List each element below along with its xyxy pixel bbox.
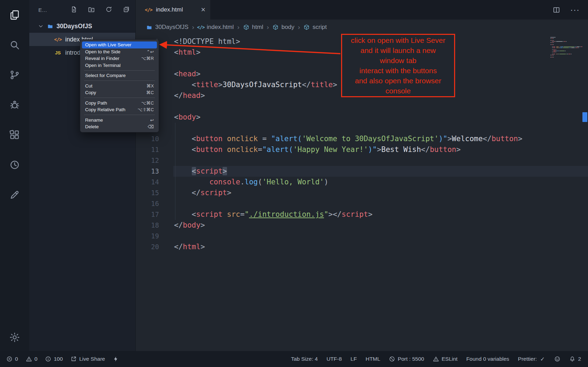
status-feedback[interactable] [554,356,560,362]
close-tab-icon[interactable]: × [201,5,205,14]
chevron-right-icon: › [266,23,269,31]
code-token: script [196,210,223,219]
code-line-18[interactable]: 18</body> [136,220,588,231]
menu-item-copy-relative-path[interactable]: Copy Relative Path⌥⇧⌘C [82,106,157,113]
smiley-icon [554,356,560,362]
explorer-actions [70,6,130,14]
status-prettier[interactable]: Prettier:✓ [518,356,545,362]
menu-item-open-in-terminal[interactable]: Open in Terminal [82,62,157,69]
menu-item-copy[interactable]: Copy⌘C [82,89,157,96]
code-token: > [333,81,337,89]
menu-item-open-to-the-side[interactable]: Open to the Side⌃↩ [82,48,157,55]
warning-icon [26,356,32,362]
activity-bar-bottom [0,324,29,351]
status-errors[interactable]: 0 [6,356,18,362]
activity-run-debug[interactable] [0,90,29,120]
chevron-down-icon [38,23,44,29]
menu-item-cut[interactable]: Cut⌘X [82,83,157,90]
activity-timeline[interactable] [0,150,29,180]
code-line-20[interactable]: 20</html> [136,242,588,252]
breadcrumb-label: body [281,24,294,31]
status-warnings[interactable]: 0 [26,356,38,362]
minimap-line [550,55,582,55]
breadcrumb-html[interactable]: html [243,24,263,31]
code-token: script [342,210,368,219]
code-token: 30DaysOfJavaScript [223,81,302,89]
code-token: head [179,70,196,78]
status-bar-left: 00100Live Share [6,356,119,362]
refresh-explorer-button[interactable] [105,6,112,14]
status-live-server-port[interactable]: Port : 5500 [389,356,424,362]
code-token: < [174,145,196,154]
code-token: Best Wish [381,145,421,154]
code-line-8[interactable]: 8<body> [136,112,588,123]
menu-item-rename[interactable]: Rename↩ [82,117,157,124]
code-token: > [368,210,372,219]
status-variables[interactable]: Found 0 variables [466,356,509,362]
minimap-line [550,45,582,46]
status-tab-size[interactable]: Tab Size: 4 [291,356,318,362]
split-editor-icon[interactable] [552,6,560,14]
status-quick-actions[interactable] [113,356,119,362]
status-info[interactable]: 100 [45,356,63,362]
menu-item-delete[interactable]: Delete⌫ [82,123,157,130]
code-line-13[interactable]: 13 <script> [136,166,588,177]
status-live-share[interactable]: Live Share [70,356,105,362]
code-line-7[interactable]: 7 [136,101,588,112]
status-label: 0 [35,356,38,362]
code-line-15[interactable]: 15 </script> [136,188,588,198]
code-line-12[interactable]: 12 [136,155,588,166]
code-token: "alert( [262,145,293,154]
code-token: = [240,210,245,219]
code-line-19[interactable]: 19 [136,231,588,242]
activity-extensions[interactable] [0,120,29,150]
code-token: > [196,113,201,121]
status-eol[interactable]: LF [350,356,357,362]
status-notifications[interactable]: 2 [569,356,581,362]
breadcrumb-index-html[interactable]: </>index.html [198,24,234,31]
folder-icon [47,23,53,29]
new-file-button[interactable] [70,6,77,14]
more-actions-icon[interactable]: ··· [571,6,579,14]
activity-bar-top [0,0,29,210]
activity-edit-session[interactable] [0,180,29,210]
code-token: body [183,221,201,229]
menu-item-label: Copy Relative Path [85,107,126,112]
status-eslint[interactable]: ESLint [433,356,458,362]
symbol-cube-icon [303,24,310,30]
breadcrumb-body[interactable]: body [272,24,294,31]
code-line-9[interactable]: 9 [136,123,588,133]
code-line-10[interactable]: 10 <button onclick = "alert('Welcome to … [136,133,588,144]
new-folder-button[interactable] [88,6,95,14]
code-line-11[interactable]: 11 <button onclick="alert('Happy New Yea… [136,144,588,155]
line-number: 19 [136,231,159,242]
breadcrumb-30daysofjs[interactable]: 30DaysOfJS [146,24,188,31]
code-line-16[interactable]: 16 [136,198,588,209]
tree-root-30daysofjs[interactable]: 30DaysOfJS [29,20,135,33]
minimap-line [550,49,582,50]
menu-item-open-with-live-server[interactable]: Open with Live Server [82,41,157,48]
chevron-right-icon: › [237,23,240,31]
minimap[interactable] [550,37,582,58]
line-number: 14 [136,177,159,188]
port-icon [389,356,395,362]
code-line-14[interactable]: 14 console.log('Hello, World') [136,177,588,188]
code-token: Welcome [452,135,483,143]
tab-index-html[interactable]: </> index.html × [136,0,210,20]
activity-settings[interactable] [0,324,29,351]
activity-search[interactable] [0,30,29,60]
status-encoding[interactable]: UTF-8 [326,356,342,362]
breadcrumb-script[interactable]: script [303,24,327,31]
menu-item-reveal-in-finder[interactable]: Reveal in Finder⌥⌘R [82,55,157,62]
breadcrumb-label: html [252,24,263,31]
code-token: 'Welcome to 30DaysOfJavaScript' [302,135,439,143]
activity-source-control[interactable] [0,60,29,90]
code-line-17[interactable]: 17 <script src="./introduction.js"></scr… [136,209,588,220]
code-token: </ [483,135,491,143]
menu-item-copy-path[interactable]: Copy Path⌥⌘C [82,100,157,107]
menu-item-select-for-compare[interactable]: Select for Compare [82,72,157,79]
code-token: < [174,135,196,143]
status-language-mode[interactable]: HTML [365,356,380,362]
collapse-folders-button[interactable] [123,6,130,14]
activity-explorer[interactable] [0,0,29,30]
